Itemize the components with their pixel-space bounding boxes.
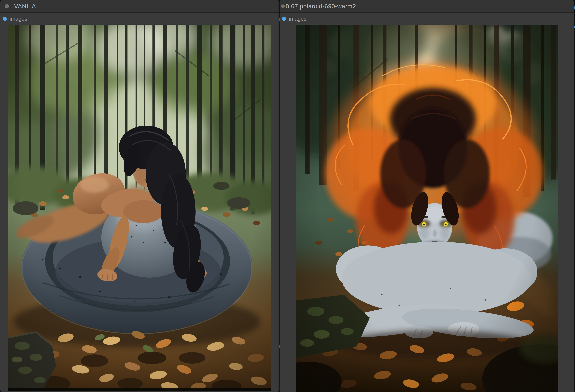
- input-slot-label: images: [289, 16, 307, 22]
- input-slot-label: images: [10, 16, 27, 22]
- link-stub-gap-top: [279, 18, 280, 21]
- node-title: VANILA: [14, 3, 36, 10]
- input-slot-row: images: [280, 13, 307, 25]
- node-vanila[interactable]: VANILA images: [0, 0, 279, 392]
- node-titlebar[interactable]: 0.67 polaroid-690-warm2: [280, 0, 574, 13]
- node-title: 0.67 polaroid-690-warm2: [286, 3, 356, 10]
- node-polaroid-690-warm2[interactable]: 0.67 polaroid-690-warm2 images: [280, 0, 574, 392]
- forest-witch-artwork: [296, 25, 558, 392]
- link-stub-right-top: [574, 6, 575, 9]
- collapse-dot-icon[interactable]: [281, 4, 285, 8]
- node-titlebar[interactable]: VANILA: [0, 0, 279, 13]
- node-graph-canvas[interactable]: VANILA images: [0, 0, 575, 392]
- preview-image-vanila[interactable]: [8, 25, 271, 391]
- input-slot-images-icon[interactable]: [3, 17, 7, 21]
- input-slot-images-icon[interactable]: [282, 17, 286, 21]
- link-stub-right-lower: [574, 26, 575, 28]
- link-stub-gap-lower: [279, 345, 280, 348]
- forest-ufo-artwork: [8, 25, 271, 391]
- collapse-dot-icon[interactable]: [5, 4, 9, 8]
- input-slot-row: images: [0, 13, 27, 25]
- preview-image-polaroid[interactable]: [296, 25, 558, 392]
